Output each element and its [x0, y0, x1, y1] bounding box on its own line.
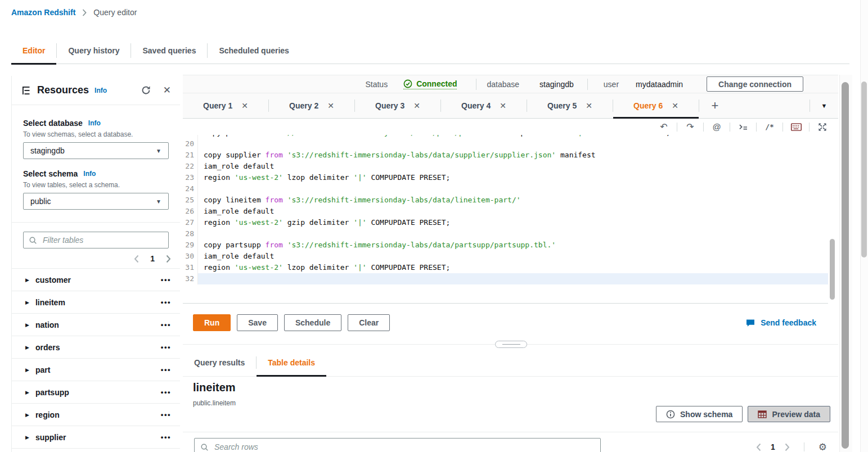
query-tab-query-5[interactable]: Query 5✕: [527, 93, 613, 118]
expand-caret-icon[interactable]: ▶: [25, 345, 29, 350]
redo-icon[interactable]: ↷: [682, 123, 699, 132]
table-actions-menu-icon[interactable]: •••: [161, 298, 171, 306]
keyboard-icon[interactable]: [788, 123, 804, 131]
table-row-nation[interactable]: ▶nation•••: [12, 314, 180, 336]
query-tab-query-6[interactable]: Query 6✕: [613, 93, 699, 118]
prev-page-icon[interactable]: [756, 443, 761, 451]
fullscreen-icon[interactable]: [814, 123, 831, 132]
change-connection-button[interactable]: Change connection: [707, 76, 803, 92]
expand-caret-icon[interactable]: ▶: [25, 367, 29, 373]
connection-status-badge[interactable]: Connected: [403, 79, 457, 89]
next-page-icon[interactable]: [785, 443, 790, 451]
table-row-region[interactable]: ▶region•••: [12, 404, 180, 426]
close-tab-icon[interactable]: ✕: [586, 102, 592, 110]
preview-data-button[interactable]: Preview data: [748, 406, 830, 422]
select-database-info-link[interactable]: Info: [88, 119, 101, 127]
code-line-26[interactable]: 26iam_role default: [183, 206, 828, 217]
table-actions-menu-icon[interactable]: •••: [161, 275, 171, 284]
results-page-number[interactable]: 1: [771, 442, 775, 451]
table-actions-menu-icon[interactable]: •••: [161, 320, 171, 329]
close-tab-icon[interactable]: ✕: [327, 102, 334, 110]
table-row-supplier[interactable]: ▶supplier•••: [12, 426, 180, 449]
format-icon[interactable]: [735, 123, 752, 131]
expand-caret-icon[interactable]: ▶: [25, 322, 29, 328]
editor-scrollbar-thumb[interactable]: [830, 239, 835, 300]
table-actions-menu-icon[interactable]: •••: [161, 433, 171, 441]
close-tab-icon[interactable]: ✕: [500, 102, 506, 110]
code-line-24[interactable]: 24: [183, 183, 828, 195]
save-button[interactable]: Save: [237, 314, 278, 331]
close-tab-icon[interactable]: ✕: [672, 102, 678, 110]
sql-code-editor[interactable]: 19copy part from 's3://redshift-immersio…: [183, 135, 828, 304]
panel-scrollbar-thumb[interactable]: [842, 82, 849, 449]
query-tab-query-2[interactable]: Query 2✕: [269, 93, 354, 118]
expand-caret-icon[interactable]: ▶: [25, 435, 29, 440]
prev-page-icon[interactable]: [134, 255, 139, 263]
nav-tab-query-history[interactable]: Query history: [57, 37, 131, 64]
next-page-icon[interactable]: [166, 255, 171, 263]
tab-list-dropdown-icon[interactable]: ▼: [810, 93, 838, 118]
info-circle-icon: [666, 410, 675, 419]
expand-caret-icon[interactable]: ▶: [25, 412, 29, 418]
show-schema-button[interactable]: Show schema: [656, 406, 743, 422]
send-feedback-link[interactable]: Send feedback: [746, 318, 816, 327]
window-scrollbar-thumb[interactable]: [861, 82, 867, 257]
filter-tables-input[interactable]: [42, 235, 163, 245]
query-tab-label: Query 6: [633, 101, 663, 110]
results-tab-query-results[interactable]: Query results: [183, 349, 256, 376]
table-actions-menu-icon[interactable]: •••: [161, 388, 171, 396]
table-row-partsupp[interactable]: ▶partsupp•••: [12, 381, 180, 404]
schedule-button[interactable]: Schedule: [284, 314, 341, 331]
database-select[interactable]: stagingdb ▼: [23, 142, 169, 159]
line-content: region 'us-west-2' lzop delimiter '|' CO…: [198, 172, 828, 183]
table-row-orders[interactable]: ▶orders•••: [12, 336, 180, 359]
run-button[interactable]: Run: [193, 314, 231, 331]
query-tab-query-1[interactable]: Query 1✕: [183, 93, 268, 118]
code-line-25[interactable]: 25copy lineitem from 's3://redshift-imme…: [183, 195, 828, 206]
table-actions-menu-icon[interactable]: •••: [161, 365, 171, 374]
code-line-21[interactable]: 21copy supplier from 's3://redshift-imme…: [183, 150, 828, 161]
close-tab-icon[interactable]: ✕: [241, 102, 248, 110]
sidebar-page-number[interactable]: 1: [150, 254, 155, 263]
query-tab-query-3[interactable]: Query 3✕: [355, 93, 440, 118]
table-row-part[interactable]: ▶part•••: [12, 359, 180, 381]
results-tab-table-details[interactable]: Table details: [257, 349, 326, 376]
code-line-31[interactable]: 31region 'us-west-2' lzop delimiter '|' …: [183, 262, 828, 273]
resources-info-link[interactable]: Info: [95, 87, 107, 94]
undo-icon[interactable]: ↶: [655, 123, 672, 132]
resize-handle[interactable]: [495, 341, 527, 348]
expand-caret-icon[interactable]: ▶: [25, 390, 29, 395]
at-icon[interactable]: @: [708, 123, 725, 131]
refresh-icon[interactable]: [141, 85, 151, 95]
clear-button[interactable]: Clear: [348, 314, 390, 331]
code-line-22[interactable]: 22iam_role default: [183, 161, 828, 172]
code-line-32[interactable]: 32: [183, 273, 828, 284]
comment-icon[interactable]: /*: [761, 123, 778, 130]
close-tab-icon[interactable]: ✕: [413, 102, 420, 110]
code-line-30[interactable]: 30iam_role default: [183, 251, 828, 262]
breadcrumb-home-link[interactable]: Amazon Redshift: [11, 8, 75, 17]
code-line-29[interactable]: 29copy partsupp from 's3://redshift-imme…: [183, 239, 828, 251]
table-actions-menu-icon[interactable]: •••: [161, 410, 171, 419]
schema-select[interactable]: public ▼: [23, 193, 169, 210]
nav-tab-saved-queries[interactable]: Saved queries: [131, 37, 207, 64]
add-query-tab-button[interactable]: +: [699, 93, 731, 118]
code-line-28[interactable]: 28: [183, 228, 828, 239]
table-actions-menu-icon[interactable]: •••: [161, 343, 171, 351]
code-line-20[interactable]: 20: [183, 138, 828, 150]
close-panel-icon[interactable]: ✕: [163, 85, 171, 95]
line-number: 27: [183, 217, 198, 228]
nav-tab-scheduled-queries[interactable]: Scheduled queries: [208, 37, 300, 64]
gear-icon[interactable]: ⚙: [818, 442, 827, 452]
table-row-lineitem[interactable]: ▶lineitem•••: [12, 291, 180, 314]
select-schema-info-link[interactable]: Info: [83, 170, 96, 178]
nav-tab-editor[interactable]: Editor: [11, 37, 56, 64]
expand-caret-icon[interactable]: ▶: [25, 300, 29, 305]
expand-caret-icon[interactable]: ▶: [25, 277, 29, 283]
table-row-customer[interactable]: ▶customer•••: [12, 269, 180, 291]
query-tab-query-4[interactable]: Query 4✕: [441, 93, 527, 118]
code-line-27[interactable]: 27region 'us-west-2' gzip delimiter '|' …: [183, 217, 828, 228]
resources-header: Resources Info ✕: [12, 76, 180, 105]
search-rows-input[interactable]: [213, 442, 595, 452]
code-line-23[interactable]: 23region 'us-west-2' lzop delimiter '|' …: [183, 172, 828, 183]
